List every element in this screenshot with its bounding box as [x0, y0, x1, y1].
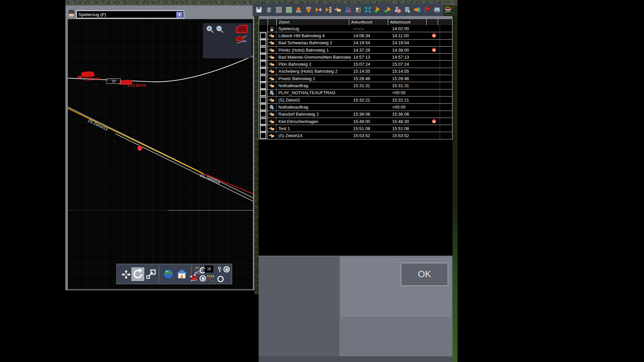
route-red-line — [203, 173, 253, 194]
zielort-cell: Bad Malente-Gremsmühlen Bahnsteig — [276, 55, 351, 60]
zielort-cell: Lübeck Hbf Bahnsteig 4 — [276, 33, 351, 38]
flag-icon[interactable] — [423, 6, 431, 14]
move-up-icon[interactable] — [294, 6, 303, 14]
row-checkbox[interactable] — [260, 104, 266, 110]
row-checkbox[interactable] — [260, 40, 266, 46]
save-icon[interactable] — [255, 6, 263, 14]
rotate-view-button[interactable] — [131, 267, 144, 281]
signal-plate-track-icon[interactable] — [235, 34, 248, 46]
script-settings-icon[interactable] — [404, 6, 412, 14]
table-row[interactable]: Ascheberg (Holst) Bahnsteig 215:14:5515:… — [259, 68, 452, 75]
table-row[interactable]: Nothalteauftrag+00:00 — [259, 104, 452, 111]
chevron-down-icon[interactable]: ▼ — [176, 12, 183, 18]
expand-view-icon[interactable] — [121, 269, 131, 281]
table-row[interactable]: Test 115:51:0815:51:08 — [259, 125, 452, 132]
enter-block-icon[interactable] — [413, 6, 421, 14]
svg-text:30°: 30° — [195, 266, 200, 269]
remove-driver-icon[interactable] — [393, 6, 401, 14]
row-checkbox[interactable] — [260, 61, 266, 67]
row-checkbox[interactable] — [260, 82, 266, 89]
ts14-radio[interactable] — [217, 276, 224, 282]
speed-marker: 10 — [107, 78, 121, 84]
abfahrtszeit-cell: 15:48:30 — [390, 119, 428, 124]
grid-green-icon[interactable] — [285, 6, 293, 14]
top-right-radio[interactable] — [223, 266, 230, 273]
track-map[interactable]: 212### 10 2114### (S) Zielort13 (S) Ziel… — [68, 19, 253, 290]
insert-after-icon[interactable] — [314, 6, 322, 14]
globe-icon[interactable] — [163, 268, 174, 281]
row-checkbox[interactable] — [260, 111, 266, 117]
bottom-panel-footer — [259, 356, 452, 362]
table-row[interactable]: PLAY_NOTHALTEAUFTRAG+00:00 — [259, 89, 452, 97]
row-checkbox[interactable] — [260, 125, 266, 132]
row-checkbox[interactable] — [260, 75, 266, 82]
row-checkbox[interactable] — [260, 97, 266, 103]
magnet-icon[interactable] — [189, 273, 199, 283]
train-symbol-212 — [81, 71, 95, 77]
position-marker-dot — [138, 146, 143, 151]
add-forward-icon[interactable] — [374, 6, 382, 14]
hand-icon — [269, 48, 275, 52]
grid-dark-icon[interactable] — [275, 6, 283, 14]
table-row[interactable]: Kiel-Elmschenhagen15:48:0015:48:30 — [259, 118, 452, 125]
table-row[interactable]: Nothalteauftrag15:31:3115:31:31 — [259, 82, 452, 89]
ok-button[interactable]: OK — [401, 263, 448, 286]
add-backward-icon[interactable] — [384, 6, 392, 14]
ankunftszeit-cell: --:--:-- — [351, 26, 390, 31]
table-row[interactable]: Spielerzug--:--:--14:02:00 — [259, 25, 452, 32]
track-lines — [68, 19, 253, 289]
row-checkbox[interactable] — [260, 33, 266, 39]
zoom-in-icon[interactable] — [206, 25, 214, 35]
hand-icon — [269, 133, 275, 138]
ankunftszeit-cell: 14:19:54 — [351, 40, 390, 45]
refuel-icon[interactable] — [354, 6, 362, 14]
hand-select-icon[interactable] — [334, 6, 342, 14]
table-row[interactable]: Bad Schwartau Bahnsteig 214:19:5414:19:5… — [259, 40, 452, 47]
table-row[interactable]: Pönitz (Holst) Bahnsteig 114:37:2914:38:… — [259, 47, 452, 54]
table-row[interactable]: (S) Zielort1415:53:5215:53:52 — [259, 132, 452, 139]
abfahrtszeit-cell: +00:00 — [390, 105, 428, 110]
home-icon[interactable] — [176, 268, 188, 282]
hand-icon — [269, 69, 275, 73]
magnet-radio[interactable] — [200, 275, 206, 282]
map-zoom-panel — [203, 23, 252, 58]
row-checkbox[interactable] — [260, 47, 266, 53]
zielort-cell: PLAY_NOTHALTEAUFTRAG — [276, 90, 351, 95]
abfahrtszeit-cell: 15:31:31 — [390, 83, 428, 88]
row-checkbox[interactable] — [260, 68, 266, 74]
row-checkbox[interactable] — [260, 118, 266, 125]
zielort-cell: Spielerzug — [276, 26, 351, 31]
depot-building-icon[interactable] — [443, 5, 453, 14]
table-row[interactable]: Preetz Bahnsteig 115:26:4615:26:46 — [259, 75, 452, 82]
zielort-cell: Preetz Bahnsteig 1 — [276, 76, 351, 81]
schedule-table: Zielort Ankunftszeit Abfahrtszeit Spiele… — [259, 19, 452, 256]
move-down-icon[interactable] — [305, 6, 313, 14]
train-selector-dropdown[interactable]: Spielerzug (P) ▼ — [76, 10, 184, 18]
table-row[interactable]: (S) Zielort215:32:2115:32:21 — [259, 97, 452, 104]
platform-machine-icon[interactable] — [433, 6, 441, 14]
script-icon — [269, 90, 275, 96]
jump-to-icon[interactable] — [146, 269, 156, 281]
delete-icon[interactable] — [265, 6, 273, 14]
zielort-cell: (S) Zielort2 — [276, 98, 351, 103]
table-row[interactable]: Lübeck Hbf Bahnsteig 414:06:3414:11:00 — [259, 32, 452, 39]
hand-icon — [269, 98, 275, 102]
table-row[interactable]: Bad Malente-Gremsmühlen Bahnsteig14:57:1… — [259, 54, 452, 61]
insert-into-list-icon[interactable] — [324, 6, 332, 14]
center-view-icon[interactable] — [364, 6, 372, 14]
stop-signal-icon — [431, 118, 437, 125]
zoom-out-icon[interactable] — [215, 25, 224, 35]
row-checkbox[interactable] — [260, 132, 266, 139]
hand-icon — [269, 126, 275, 131]
script-icon — [269, 104, 275, 110]
signal-plate-icon[interactable] — [236, 25, 248, 35]
zielort-cell: Raisdorf Bahnsteig 2 — [276, 112, 351, 117]
table-row[interactable]: Raisdorf Bahnsteig 215:36:0615:36:06 — [259, 111, 452, 118]
zielort-cell: (S) Zielort14 — [276, 133, 351, 138]
row-checkbox[interactable] — [260, 54, 266, 60]
table-row[interactable]: Plön Bahnsteig 215:07:2415:07:24 — [259, 61, 452, 68]
map-navigation-toolbar: 30° 18 TS14 — [116, 264, 232, 284]
passengers-icon[interactable] — [344, 6, 352, 14]
row-checkbox[interactable] — [260, 89, 266, 96]
game-world-gap — [254, 5, 259, 294]
